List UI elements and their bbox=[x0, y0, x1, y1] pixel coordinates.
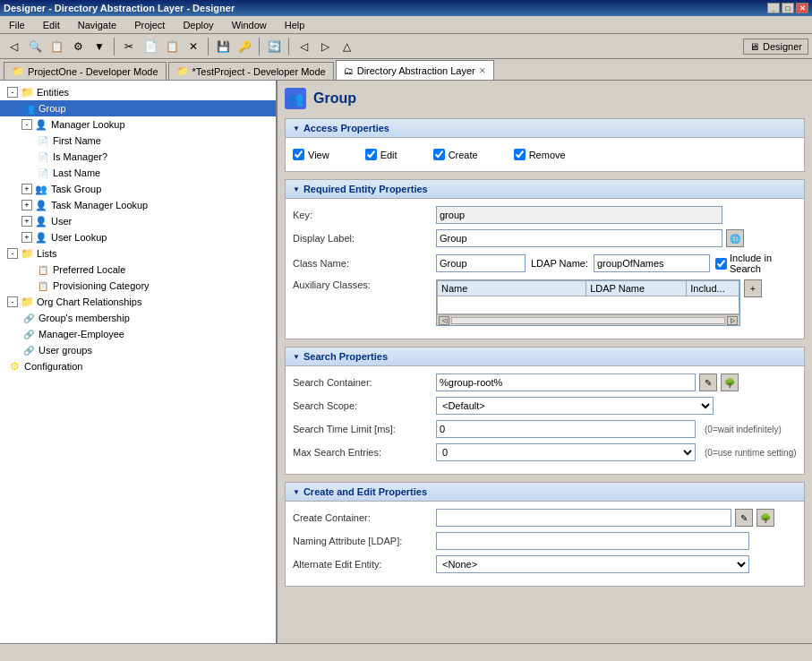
user-toggle[interactable]: + bbox=[21, 216, 32, 227]
naming-attribute-input[interactable] bbox=[436, 532, 749, 550]
tree-item-org-chart[interactable]: - 📁 Org Chart Relationships bbox=[0, 294, 276, 310]
menu-edit[interactable]: Edit bbox=[38, 18, 65, 32]
tab-projectone[interactable]: 📁 ProjectOne - Developer Mode bbox=[4, 62, 167, 80]
tree-item-manager-lookup[interactable]: - 👤 Manager Lookup bbox=[0, 116, 276, 133]
task-group-toggle[interactable]: + bbox=[21, 184, 32, 194]
class-name-input[interactable] bbox=[436, 254, 526, 272]
access-checkboxes-row: View Edit Create Remove bbox=[293, 145, 797, 164]
menu-deploy[interactable]: Deploy bbox=[177, 18, 218, 32]
tree-item-preferred-locale[interactable]: 📋 Preferred Locale bbox=[0, 262, 276, 278]
create-checkbox[interactable] bbox=[433, 149, 445, 160]
create-container-browse-btn[interactable]: 🌳 bbox=[756, 509, 774, 527]
tree-item-entities[interactable]: - 📁 Entities bbox=[0, 84, 276, 100]
toolbar-back-btn[interactable]: ◁ bbox=[4, 37, 23, 56]
max-search-control: 0 (0=use runtime setting) bbox=[436, 443, 797, 461]
naming-attribute-control bbox=[436, 532, 797, 550]
maximize-btn[interactable]: □ bbox=[782, 3, 794, 13]
minimize-btn[interactable]: _ bbox=[767, 3, 780, 13]
tree-item-user-groups[interactable]: 🔗 User groups bbox=[0, 342, 276, 358]
tree-item-task-group[interactable]: + 👥 Task Group bbox=[0, 181, 276, 197]
close-btn[interactable]: ✕ bbox=[796, 3, 808, 13]
display-label-btn[interactable]: 🌐 bbox=[726, 229, 744, 247]
tree-item-last-name[interactable]: 📄 Last Name bbox=[0, 165, 276, 181]
create-container-input[interactable] bbox=[436, 509, 731, 527]
search-properties-title: Search Properties bbox=[303, 351, 388, 362]
preferred-locale-label: Preferred Locale bbox=[53, 264, 125, 275]
tab-testproject[interactable]: 📁 *TestProject - Developer Mode bbox=[168, 62, 334, 80]
lists-toggle[interactable]: - bbox=[7, 248, 18, 259]
search-container-edit-btn[interactable]: ✎ bbox=[699, 373, 717, 391]
org-chart-toggle[interactable]: - bbox=[7, 296, 18, 307]
menu-file[interactable]: File bbox=[4, 18, 30, 32]
naming-attribute-row: Naming Attribute [LDAP]: bbox=[293, 532, 797, 550]
tree-item-manager-employee[interactable]: 🔗 Manager-Employee bbox=[0, 326, 276, 342]
search-container-label: Search Container: bbox=[293, 377, 436, 388]
toolbar-btn8[interactable]: 💾 bbox=[213, 37, 233, 56]
scroll-track bbox=[451, 317, 725, 324]
tree-item-groups-membership[interactable]: 🔗 Group's membership bbox=[0, 310, 276, 326]
toolbar-refresh[interactable]: 🔄 bbox=[264, 37, 284, 56]
toolbar-cut[interactable]: ✂ bbox=[119, 37, 139, 56]
tab-dal[interactable]: 🗂 Directory Abstraction Layer ✕ bbox=[336, 60, 494, 80]
lists-folder-icon: 📁 bbox=[20, 246, 34, 261]
tab-dal-close[interactable]: ✕ bbox=[479, 66, 486, 75]
user-lookup-toggle[interactable]: + bbox=[21, 232, 32, 243]
tree-item-is-manager[interactable]: 📄 Is Manager? bbox=[0, 149, 276, 165]
toolbar-btn4[interactable]: ⚙ bbox=[68, 37, 88, 56]
edit-label: Edit bbox=[380, 150, 397, 160]
designer-icon: 🖥 bbox=[749, 41, 759, 52]
required-entity-body: Key: Display Label: 🌐 Class Name: bbox=[286, 199, 804, 339]
search-container-browse-btn[interactable]: 🌳 bbox=[721, 373, 739, 391]
toolbar-paste[interactable]: 📋 bbox=[162, 37, 182, 56]
task-manager-toggle[interactable]: + bbox=[21, 200, 32, 210]
aux-add-btn[interactable]: + bbox=[744, 279, 762, 297]
tree-item-configuration[interactable]: ⚙ Configuration bbox=[0, 358, 276, 374]
tree-item-task-manager-lookup[interactable]: + 👤 Task Manager Lookup bbox=[0, 197, 276, 213]
edit-checkbox[interactable] bbox=[365, 149, 377, 160]
toolbar-nav-up[interactable]: △ bbox=[337, 37, 356, 56]
menu-navigate[interactable]: Navigate bbox=[73, 18, 122, 32]
tree-item-first-name[interactable]: 📄 First Name bbox=[0, 133, 276, 149]
remove-checkbox[interactable] bbox=[514, 149, 526, 160]
toolbar-nav-prev[interactable]: ◁ bbox=[294, 37, 313, 56]
manager-lookup-toggle[interactable]: - bbox=[21, 119, 32, 130]
manager-employee-label: Manager-Employee bbox=[38, 329, 124, 339]
task-manager-label: Task Manager Lookup bbox=[51, 200, 148, 210]
toolbar-nav-next[interactable]: ▷ bbox=[315, 37, 335, 56]
entities-toggle[interactable]: - bbox=[7, 87, 18, 98]
tree-item-user[interactable]: + 👤 User bbox=[0, 213, 276, 229]
access-properties-body: View Edit Create Remove bbox=[286, 138, 804, 171]
alternate-edit-select[interactable]: <None> bbox=[436, 555, 749, 573]
toolbar-delete[interactable]: ✕ bbox=[184, 37, 203, 56]
ldap-name-input[interactable] bbox=[594, 254, 710, 272]
key-label: Key: bbox=[293, 210, 436, 220]
tree-item-provisioning-category[interactable]: 📋 Provisioning Category bbox=[0, 278, 276, 294]
right-panel: 👥 Group ▼ Access Properties View Edit bbox=[278, 81, 812, 643]
tree-item-group[interactable]: 👥 Group bbox=[0, 100, 276, 116]
search-scope-select[interactable]: <Default> bbox=[436, 397, 714, 415]
view-checkbox[interactable] bbox=[293, 149, 304, 160]
menu-help[interactable]: Help bbox=[279, 18, 311, 32]
toolbar-btn9[interactable]: 🔑 bbox=[235, 37, 254, 56]
menu-project[interactable]: Project bbox=[129, 18, 170, 32]
window-controls: _ □ ✕ bbox=[767, 3, 808, 13]
required-entity-header: ▼ Required Entity Properties bbox=[286, 180, 804, 199]
search-container-input[interactable] bbox=[436, 373, 696, 391]
toolbar-btn2[interactable]: 🔍 bbox=[25, 37, 45, 56]
create-container-edit-btn[interactable]: ✎ bbox=[735, 509, 753, 527]
max-search-label: Max Search Entries: bbox=[293, 447, 436, 458]
max-search-select[interactable]: 0 bbox=[436, 443, 696, 461]
toolbar-btn3[interactable]: 📋 bbox=[47, 37, 66, 56]
scroll-right-btn[interactable]: ▷ bbox=[727, 316, 738, 325]
include-in-search-checkbox[interactable] bbox=[715, 258, 727, 270]
tree-item-lists[interactable]: - 📁 Lists bbox=[0, 245, 276, 262]
search-time-input[interactable] bbox=[436, 420, 696, 438]
toolbar-dropdown[interactable]: ▼ bbox=[90, 37, 109, 56]
scroll-left-btn[interactable]: ◁ bbox=[439, 316, 449, 325]
lists-label: Lists bbox=[37, 248, 57, 259]
user-lookup-icon: 👤 bbox=[34, 230, 48, 245]
menu-window[interactable]: Window bbox=[227, 18, 272, 32]
display-label-input[interactable] bbox=[436, 229, 722, 247]
toolbar-copy[interactable]: 📄 bbox=[141, 37, 160, 56]
tree-item-user-lookup[interactable]: + 👤 User Lookup bbox=[0, 229, 276, 245]
